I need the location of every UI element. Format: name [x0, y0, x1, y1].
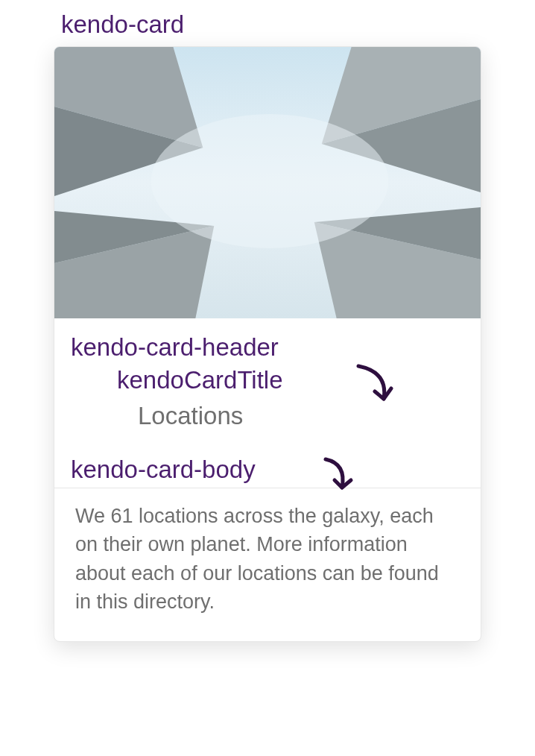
arrow-curved-icon — [321, 453, 358, 498]
kendo-card: kendo-card-header kendoCardTitle Locatio… — [54, 46, 481, 642]
kendo-card-title: Locations — [138, 402, 464, 430]
card-image — [54, 47, 481, 318]
arrow-curved-icon — [352, 360, 405, 412]
annotation-title-label: kendoCardTitle — [117, 366, 464, 394]
annotation-card-label: kendo-card — [61, 10, 184, 39]
svg-point-8 — [151, 114, 389, 248]
annotation-header-label: kendo-card-header — [71, 333, 464, 362]
card-body-text: We 61 locations across the galaxy, each … — [75, 502, 460, 616]
card-image-svg — [54, 47, 481, 318]
annotation-body-label: kendo-card-body — [71, 456, 464, 484]
body-label-wrap: kendo-card-body — [54, 456, 481, 484]
kendo-card-body: We 61 locations across the galaxy, each … — [54, 484, 481, 641]
